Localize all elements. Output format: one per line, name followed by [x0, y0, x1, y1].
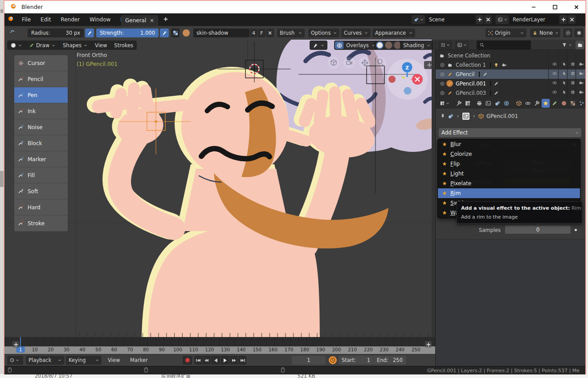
filter-dropdown[interactable] [559, 41, 575, 49]
strength-slider[interactable]: Strength:1.000 [96, 28, 159, 37]
timeline-menu-playback[interactable]: Playback [26, 356, 64, 365]
popover-curves[interactable]: Curves [341, 28, 371, 37]
tab-material[interactable] [560, 99, 568, 108]
tab-data[interactable] [551, 99, 559, 108]
shading-solid-button[interactable] [376, 41, 384, 49]
time-clock-button[interactable] [329, 356, 337, 364]
selectable-icon[interactable] [562, 81, 567, 85]
render-disable-icon[interactable] [579, 81, 584, 85]
tab-physics[interactable] [578, 99, 585, 108]
editor-type-dropdown[interactable] [437, 99, 452, 107]
timeline-tracks[interactable] [4, 337, 435, 346]
timeline-menu-keying[interactable]: Keying [66, 356, 102, 365]
maximize-button[interactable] [546, 1, 564, 13]
timeline-menu-view[interactable]: View [105, 356, 127, 365]
menu-edit[interactable]: Edit [36, 13, 56, 26]
play-reverse-button[interactable] [211, 356, 220, 365]
effect-menu-item-blur[interactable]: Blur [438, 139, 580, 149]
ruler-expand-left-icon[interactable] [12, 341, 19, 348]
samples-field[interactable]: 0 [505, 226, 571, 234]
tab-constraints[interactable] [524, 99, 532, 108]
jump-to-start-button[interactable] [194, 356, 202, 365]
effect-menu-item-colorize[interactable]: Colorize [438, 149, 580, 159]
viewlayer-name-field[interactable]: RenderLayer [510, 15, 559, 24]
frame-start-field[interactable]: Start:1 [339, 356, 373, 365]
hide-icon[interactable] [552, 81, 557, 85]
new-scene-button[interactable] [476, 15, 483, 24]
tab-effects[interactable] [542, 99, 550, 108]
viewlayer-browse-button[interactable] [495, 15, 509, 24]
frame-end-field[interactable]: End:250 [374, 356, 406, 365]
timeline-ruler[interactable]: 1102030405060708090100110120130140150160… [4, 346, 435, 354]
next-keyframe-button[interactable] [230, 356, 238, 365]
add-effect-button[interactable]: Add Effect [439, 128, 581, 137]
viewport-disable-icon[interactable] [571, 71, 575, 76]
tool-marker[interactable]: Marker [14, 151, 68, 167]
blender-logo-icon-small[interactable] [8, 16, 13, 21]
popover-appearance[interactable]: Appearance [372, 28, 415, 37]
unlink-material-button[interactable]: × [266, 28, 274, 37]
tool-hard[interactable]: Hard [14, 199, 68, 215]
jump-to-end-button[interactable] [238, 356, 246, 365]
play-button[interactable] [220, 356, 229, 365]
close-tab-icon[interactable] [150, 18, 154, 23]
viewport-region[interactable]: Z [4, 40, 435, 337]
tab-render[interactable] [464, 99, 472, 108]
material-users-count[interactable]: 4 [250, 28, 257, 37]
hide-icon[interactable] [552, 62, 557, 66]
render-disable-icon[interactable] [579, 62, 584, 66]
shapes-dropdown[interactable]: Shapes [59, 41, 91, 50]
tool-block[interactable]: Block [14, 135, 68, 151]
view-axis-gizmo[interactable]: Z [387, 59, 428, 100]
hide-icon[interactable] [552, 90, 557, 94]
strength-pressure-toggle[interactable] [160, 28, 169, 37]
tool-ink[interactable]: Ink [14, 103, 68, 119]
pin-icon[interactable] [440, 114, 445, 119]
render-disable-icon[interactable] [579, 90, 584, 94]
auto-keying-record-button[interactable] [183, 356, 192, 365]
tab-scene[interactable] [494, 99, 502, 108]
tool-cursor[interactable]: Cursor [14, 55, 68, 71]
viewport-right-strip[interactable] [432, 40, 435, 337]
effect-menu-item-pixelate[interactable]: Pixelate [438, 179, 580, 188]
radius-slider[interactable]: Radius:30 px [28, 28, 84, 37]
browse-material-button[interactable] [171, 28, 180, 37]
expand-icon[interactable] [440, 72, 445, 77]
viewport-disable-icon[interactable] [571, 62, 575, 66]
menu-window[interactable]: Window [85, 13, 115, 26]
effect-menu-item-light[interactable]: Light [438, 169, 580, 179]
scene-icon[interactable] [448, 114, 453, 119]
tab-texture[interactable] [569, 99, 577, 108]
viewport-menu-strokes[interactable]: Strokes [110, 41, 137, 50]
expand-icon[interactable] [440, 91, 445, 95]
display-mode-dropdown[interactable] [455, 41, 469, 49]
delete-scene-button[interactable] [484, 15, 492, 24]
expand-icon[interactable] [440, 63, 445, 67]
tab-object[interactable] [515, 99, 523, 108]
prev-keyframe-button[interactable] [203, 356, 211, 365]
tab-modifiers[interactable] [533, 99, 541, 108]
tool-stroke[interactable]: Stroke [14, 215, 68, 232]
proportional-editing-toggle[interactable] [563, 28, 572, 37]
mode-selector[interactable] [7, 41, 26, 50]
tab-world[interactable] [502, 99, 510, 108]
outliner-row-gpencil-003[interactable]: GPencil.003 [436, 88, 585, 98]
viewport-disable-icon[interactable] [571, 81, 575, 85]
menu-render[interactable]: Render [56, 13, 85, 26]
ruler-expand-right-icon[interactable] [425, 341, 432, 348]
viewport-disable-icon[interactable] [571, 90, 575, 94]
close-button[interactable] [568, 1, 585, 13]
mode-dropdown-draw[interactable]: Draw [26, 41, 59, 50]
current-frame-field[interactable]: 1 [292, 356, 326, 365]
hide-icon[interactable] [552, 71, 557, 76]
tab-output[interactable] [475, 99, 483, 108]
tool-noise[interactable]: Noise [14, 119, 68, 135]
material-name-field[interactable]: skin-shadow [193, 28, 249, 37]
fake-user-button[interactable]: F [258, 28, 265, 37]
add-workspace-button[interactable] [163, 16, 168, 22]
animate-dot[interactable] [575, 229, 577, 231]
object-data-icon[interactable] [462, 113, 470, 120]
delete-viewlayer-button[interactable] [568, 15, 576, 24]
viewport-canvas[interactable]: Z [4, 40, 435, 337]
tool-pencil[interactable]: Pencil [14, 71, 68, 87]
